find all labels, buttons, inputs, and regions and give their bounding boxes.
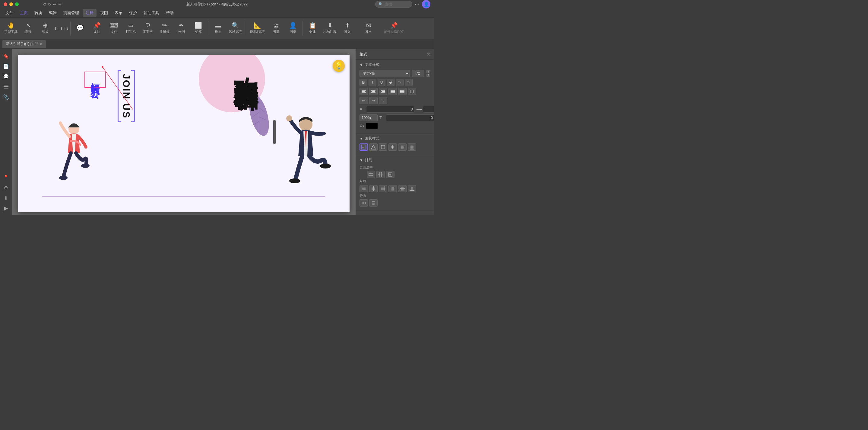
sidebar-pages[interactable]: 📄 bbox=[1, 62, 10, 71]
menu-convert[interactable]: 转换 bbox=[31, 9, 45, 17]
tool-keep[interactable]: 📌 邮件发送PDF bbox=[382, 19, 406, 37]
strikethrough-button[interactable]: S bbox=[386, 79, 395, 86]
align-top-edge-button[interactable] bbox=[389, 185, 397, 192]
page-fit-button[interactable] bbox=[386, 171, 395, 178]
indent-increase-button[interactable]: ⇥ bbox=[369, 97, 378, 104]
menu-annotate[interactable]: 注释 bbox=[83, 9, 96, 17]
size-up-button[interactable]: ▲ bbox=[426, 70, 430, 74]
tool-select[interactable]: ↖ 选择 bbox=[21, 19, 36, 37]
line-spacing-input[interactable] bbox=[366, 106, 414, 113]
align-full-button[interactable] bbox=[408, 88, 416, 95]
sidebar-bookmark[interactable]: 🔖 bbox=[1, 51, 10, 60]
align-justify-button[interactable] bbox=[389, 88, 397, 95]
tool-create[interactable]: 👤 图章 bbox=[285, 19, 301, 37]
italic-button[interactable]: I bbox=[369, 79, 376, 86]
sidebar-export[interactable]: ⬆ bbox=[1, 193, 10, 202]
font-size-input[interactable] bbox=[412, 70, 424, 77]
align-center-edge-button[interactable] bbox=[369, 185, 378, 192]
tool-pencil[interactable]: ✒ 绘图 bbox=[174, 19, 189, 37]
search-bar[interactable]: 🔍 bbox=[375, 1, 412, 7]
scroll-indicator[interactable] bbox=[273, 120, 276, 144]
menu-protect[interactable]: 保护 bbox=[126, 9, 140, 17]
shape-align-2[interactable] bbox=[398, 143, 407, 151]
sidebar-comments[interactable]: 💬 bbox=[1, 72, 10, 81]
back-icon[interactable]: ↩ bbox=[53, 2, 56, 7]
redo-icon[interactable]: ⟳ bbox=[48, 2, 51, 7]
shape-align-1[interactable] bbox=[389, 143, 397, 151]
tool-email-pdf[interactable]: ✉ 导出 bbox=[356, 19, 381, 37]
tool-draw[interactable]: ✏ 注释框 bbox=[157, 19, 173, 37]
menu-home[interactable]: 主页 bbox=[17, 9, 31, 17]
tool-eraser[interactable]: ⬜ 铅笔 bbox=[191, 19, 206, 37]
menu-edit[interactable]: 编辑 bbox=[46, 9, 60, 17]
tool-stamp[interactable]: 🗂 测量 bbox=[268, 19, 284, 37]
text-color-swatch[interactable] bbox=[366, 123, 378, 129]
tab-close-button[interactable]: × bbox=[39, 42, 42, 46]
doc-tab[interactable]: 新人引导(1)(1).pdf * × bbox=[2, 40, 46, 48]
tool-measure[interactable]: 📐 搜索&高亮 bbox=[248, 19, 267, 37]
more-options-icon[interactable]: ⋯ bbox=[415, 1, 420, 7]
subscript-button[interactable]: T↓ bbox=[405, 79, 412, 86]
lightbulb-button[interactable]: 💡 bbox=[333, 60, 345, 72]
shape-align-3[interactable] bbox=[408, 143, 416, 151]
align-center-button[interactable] bbox=[369, 88, 378, 95]
sidebar-attachments[interactable]: 📎 bbox=[1, 92, 10, 102]
menu-file[interactable]: 文件 bbox=[2, 9, 16, 17]
text-fill-button[interactable]: A bbox=[360, 143, 368, 151]
panel-close-button[interactable]: ✕ bbox=[427, 51, 430, 57]
align-left-button[interactable] bbox=[360, 88, 368, 95]
size-down-button[interactable]: ▼ bbox=[426, 74, 430, 77]
menu-assist[interactable]: 辅助工具 bbox=[141, 9, 162, 17]
scale-input[interactable] bbox=[360, 114, 378, 121]
align-middle-edge-button[interactable] bbox=[398, 185, 407, 192]
menu-form[interactable]: 表单 bbox=[112, 9, 125, 17]
tool-highlight[interactable]: ▬ 橡皮 bbox=[210, 19, 226, 37]
sidebar-location[interactable]: 📍 bbox=[1, 173, 10, 182]
tool-textbox[interactable]: ▭ 打字机 bbox=[123, 19, 139, 37]
text-style-header[interactable]: ▼ 文本样式 bbox=[360, 62, 430, 67]
tool-typewriter[interactable]: ⌨ 文件 bbox=[106, 19, 122, 37]
center-horizontal-button[interactable] bbox=[367, 171, 375, 178]
tool-summary[interactable]: 📋 创建 bbox=[305, 19, 320, 37]
indent-decrease-button[interactable]: ⇤ bbox=[360, 97, 368, 104]
align-right-edge-button[interactable] bbox=[379, 185, 387, 192]
align-bottom-edge-button[interactable] bbox=[408, 185, 416, 192]
maximize-button[interactable] bbox=[15, 2, 19, 6]
underline-button[interactable]: U bbox=[378, 79, 385, 86]
tool-import[interactable]: ⬇ 小结注释 bbox=[321, 19, 338, 37]
shape-style-header[interactable]: ▼ 形状样式 bbox=[360, 136, 430, 141]
tool-file[interactable]: 📌 备注 bbox=[89, 19, 105, 37]
tool-note[interactable]: 💬 bbox=[72, 19, 88, 37]
search-input[interactable] bbox=[385, 2, 409, 6]
align-left-edge-button[interactable] bbox=[360, 185, 368, 192]
distribute-horizontal-button[interactable] bbox=[360, 199, 368, 206]
list-style-button[interactable]: ↓ bbox=[379, 97, 387, 104]
menu-page-manage[interactable]: 页面管理 bbox=[60, 9, 82, 17]
height-input[interactable] bbox=[386, 114, 434, 121]
superscript-button[interactable]: T↑ bbox=[396, 79, 404, 86]
minimize-button[interactable] bbox=[9, 2, 13, 6]
font-select[interactable]: 苹方-简 bbox=[360, 70, 410, 77]
char-spacing-input[interactable] bbox=[423, 106, 434, 113]
menu-help[interactable]: 帮助 bbox=[163, 9, 177, 17]
tool-hand[interactable]: 🤚 手型工具 bbox=[2, 19, 19, 37]
align-right-button[interactable] bbox=[379, 88, 387, 95]
tool-zoom[interactable]: ⊕ 缩放 bbox=[37, 19, 53, 37]
center-vertical-button[interactable] bbox=[376, 171, 385, 178]
arrange-header[interactable]: ▼ 排列 bbox=[360, 157, 430, 163]
undo-icon[interactable]: ⟲ bbox=[43, 2, 46, 7]
bold-button[interactable]: B bbox=[360, 79, 367, 86]
shape-border-button[interactable] bbox=[379, 143, 387, 151]
menu-view[interactable]: 视图 bbox=[97, 9, 111, 17]
tool-search-highlight[interactable]: 🔍 区域高亮 bbox=[227, 19, 244, 37]
forward-icon[interactable]: ↪ bbox=[58, 2, 62, 7]
distribute-vertical-button[interactable] bbox=[369, 199, 378, 206]
sidebar-add[interactable]: ⊕ bbox=[1, 183, 10, 192]
align-distribute-button[interactable] bbox=[398, 88, 407, 95]
sidebar-layers[interactable] bbox=[1, 82, 10, 91]
user-avatar[interactable]: 👤 bbox=[422, 0, 430, 8]
tool-export[interactable]: ⬆ 导入 bbox=[340, 19, 355, 37]
close-button[interactable] bbox=[4, 2, 7, 6]
tool-callout[interactable]: 🗨 文本框 bbox=[140, 19, 156, 37]
shape-fill-button[interactable] bbox=[369, 143, 378, 151]
